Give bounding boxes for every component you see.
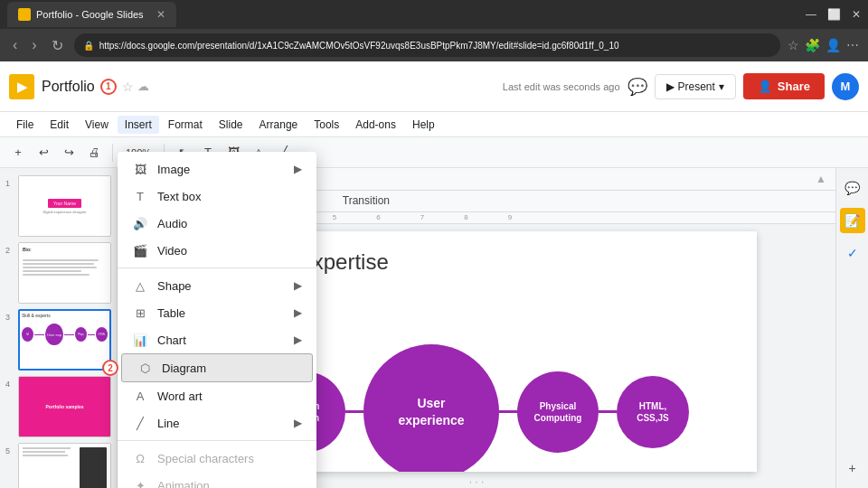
slide-thumb-4[interactable]: 4 Portfolio samples xyxy=(5,376,111,437)
doc-title[interactable]: Portfolio xyxy=(42,79,95,95)
slide-thumb-2[interactable]: 2 Bio: xyxy=(5,242,111,304)
right-sidebar: 💬 📝 ✓ + xyxy=(835,168,868,488)
menu-textbox[interactable]: T Text box xyxy=(118,183,316,210)
slide-preview-1[interactable]: Your Name Digital experience designer xyxy=(18,175,111,237)
menu-special-chars: Ω Special characters xyxy=(118,445,316,472)
video-icon: 🎬 xyxy=(132,242,148,258)
connector-1 xyxy=(345,410,363,413)
redo-button[interactable]: ↪ xyxy=(58,142,80,164)
tab-title: Portfolio - Google Slides xyxy=(36,9,144,20)
menu-chart[interactable]: 📊 Chart ▶ xyxy=(118,326,316,353)
menu-item-addons[interactable]: Add-ons xyxy=(348,116,403,134)
textbox-icon: T xyxy=(132,188,148,204)
refresh-button[interactable]: ↻ xyxy=(48,35,67,56)
add-slide-button[interactable]: + xyxy=(7,142,29,164)
slides-logo: ▶ xyxy=(9,74,34,99)
browser-tab[interactable]: Portfolio - Google Slides ✕ xyxy=(7,2,176,27)
menu-item-insert[interactable]: Insert xyxy=(118,116,159,134)
menu-audio[interactable]: 🔊 Audio xyxy=(118,210,316,237)
cloud-icon: ☁ xyxy=(137,80,149,93)
menu-shape[interactable]: △ Shape ▶ xyxy=(118,272,316,299)
scroll-up-icon[interactable]: ▲ xyxy=(816,173,826,185)
menu-item-edit[interactable]: Edit xyxy=(42,116,76,134)
comments-icon[interactable]: 💬 xyxy=(627,77,647,97)
connector-3 xyxy=(599,410,617,413)
sidebar-comments-icon[interactable]: 💬 xyxy=(840,175,865,201)
star-icon[interactable]: ☆ xyxy=(122,80,134,94)
sidebar-add-icon[interactable]: + xyxy=(840,455,865,481)
image-icon: 🖼 xyxy=(132,161,148,177)
present-arrow-icon: ▾ xyxy=(719,80,724,93)
menu-item-arrange[interactable]: Arrange xyxy=(252,116,306,134)
arrow-icon: ▶ xyxy=(294,306,302,319)
special-chars-icon: Ω xyxy=(132,450,148,466)
share-icon: 👤 xyxy=(758,80,772,93)
menu-divider-2 xyxy=(118,440,316,441)
menu-item-view[interactable]: View xyxy=(78,116,116,134)
share-button[interactable]: 👤 Share xyxy=(743,73,825,99)
menu-animation: ✦ Animation xyxy=(118,472,316,488)
menu-item-file[interactable]: File xyxy=(9,116,41,134)
slide-preview-2[interactable]: Bio: xyxy=(18,242,111,304)
menu-item-slide[interactable]: Slide xyxy=(212,116,250,134)
sidebar-notes-icon[interactable]: 📝 xyxy=(840,208,865,233)
forward-button[interactable]: › xyxy=(28,35,40,55)
slide-thumb-1[interactable]: 1 Your Name Digital experience designer xyxy=(5,175,111,237)
menu-item-tools[interactable]: Tools xyxy=(307,116,346,134)
browser-titlebar: Portfolio - Google Slides ✕ — ⬜ ✕ xyxy=(0,0,868,29)
more-icon[interactable]: ⋯ xyxy=(846,38,859,52)
avatar[interactable]: M xyxy=(832,73,859,100)
menu-bar: File Edit View Insert Format Slide Arran… xyxy=(0,112,868,137)
lock-icon: 🔒 xyxy=(83,41,94,51)
arrow-icon: ▶ xyxy=(294,279,302,292)
print-button[interactable]: 🖨 xyxy=(83,142,105,164)
menu-image[interactable]: 🖼 Image ▶ xyxy=(118,155,316,183)
profile-icon[interactable]: 👤 xyxy=(826,38,841,52)
present-icon: ▶ xyxy=(666,80,675,93)
address-bar[interactable]: 🔒 https://docs.google.com/presentation/d… xyxy=(74,33,780,57)
tab-close-button[interactable]: ✕ xyxy=(156,8,165,21)
back-button[interactable]: ‹ xyxy=(9,35,21,55)
menu-item-format[interactable]: Format xyxy=(161,116,210,134)
menu-video[interactable]: 🎬 Video xyxy=(118,237,316,264)
html-css-js-circle[interactable]: HTML,CSS,JS xyxy=(617,376,689,448)
chart-icon: 📊 xyxy=(132,332,148,348)
wordart-icon: A xyxy=(132,388,148,404)
slide-preview-3[interactable]: Skill & experts M User exp Phys HTML xyxy=(18,309,111,371)
table-icon: ⊞ xyxy=(132,305,148,321)
insert-dropdown-menu: 🖼 Image ▶ T Text box 🔊 Audio 🎬 Video △ S… xyxy=(118,152,316,488)
app-container: ▶ Portfolio 1 ☆ ☁ Last edit was seconds … xyxy=(0,61,868,488)
slide-preview-5[interactable] xyxy=(18,443,111,488)
menu-divider-1 xyxy=(118,267,316,268)
undo-button[interactable]: ↩ xyxy=(33,142,54,164)
step1-badge: 1 xyxy=(100,79,117,95)
menu-item-help[interactable]: Help xyxy=(405,116,442,134)
slide-thumb-5[interactable]: 5 xyxy=(5,443,111,488)
arrow-icon: ▶ xyxy=(294,417,302,429)
slides-header: ▶ Portfolio 1 ☆ ☁ Last edit was seconds … xyxy=(0,61,868,112)
physical-computing-circle[interactable]: PhysicalComputing xyxy=(517,371,599,453)
menu-line[interactable]: ╱ Line ▶ xyxy=(118,409,316,436)
menu-wordart[interactable]: A Word art xyxy=(118,382,316,409)
transition-button[interactable]: Transition xyxy=(335,192,397,210)
bookmark-icon[interactable]: ☆ xyxy=(788,38,799,52)
step2-badge: 2 xyxy=(102,360,118,376)
animation-icon: ✦ xyxy=(132,477,148,488)
menu-table[interactable]: ⊞ Table ▶ xyxy=(118,299,316,326)
extensions-icon[interactable]: 🧩 xyxy=(805,38,820,52)
url-text: https://docs.google.com/presentation/d/1… xyxy=(99,41,619,51)
toolbar-separator xyxy=(112,144,113,162)
header-right: Last edit was seconds ago 💬 ▶ Present ▾ … xyxy=(503,73,859,100)
sidebar-check-icon[interactable]: ✓ xyxy=(840,240,865,266)
slide-preview-4[interactable]: Portfolio samples xyxy=(18,376,111,437)
arrow-icon: ▶ xyxy=(294,163,302,175)
slide-panel: 1 Your Name Digital experience designer … xyxy=(0,168,118,488)
user-experience-circle[interactable]: Userexperience xyxy=(363,344,499,472)
present-button[interactable]: ▶ Present ▾ xyxy=(655,74,736,99)
tab-favicon xyxy=(18,8,31,21)
last-edit-text: Last edit was seconds ago xyxy=(503,81,620,92)
diagram-icon: ⬡ xyxy=(137,360,153,376)
arrow-icon: ▶ xyxy=(294,333,302,346)
menu-diagram[interactable]: 2 ⬡ Diagram xyxy=(121,353,313,382)
slide-thumb-3[interactable]: 3 Skill & experts M User exp Phys HTML xyxy=(5,309,111,371)
